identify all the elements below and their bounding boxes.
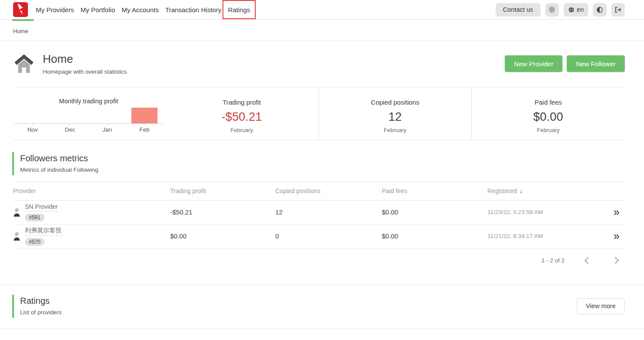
globe-icon xyxy=(568,7,575,13)
stat-title: Trading profit xyxy=(165,99,319,106)
cell-copied-positions: 12 xyxy=(275,208,382,216)
new-follower-button[interactable]: New Follower xyxy=(567,55,625,72)
provider-id-badge: #591 xyxy=(25,214,45,221)
logout-icon xyxy=(614,7,622,13)
x-tick-label: Dec xyxy=(51,126,89,133)
stat-copied-positions: Copied positions 12 February xyxy=(319,88,471,140)
column-header-registered-label: Registered xyxy=(487,187,517,194)
expand-row-button[interactable]: » xyxy=(607,207,625,218)
x-tick-label: Feb xyxy=(126,126,164,133)
theme-contrast-button[interactable] xyxy=(593,3,606,17)
main-nav: My Providers My Portfolio My Accounts Tr… xyxy=(36,4,257,15)
pagination-next-button[interactable] xyxy=(611,256,620,265)
cell-copied-positions: 0 xyxy=(275,232,382,240)
home-icon xyxy=(13,53,35,74)
provider-id-badge: #570 xyxy=(25,238,45,246)
column-header-registered[interactable]: Registered↓ xyxy=(487,187,607,194)
feb-bar xyxy=(131,108,158,123)
stat-value: $0.00 xyxy=(472,110,625,124)
cell-registered: 11/23/22, 5:23:58 AM xyxy=(487,209,607,215)
stat-period: February xyxy=(165,127,319,133)
breadcrumb-home[interactable]: Home xyxy=(13,28,28,34)
pagination-range: 1 - 2 of 2 xyxy=(541,257,565,264)
new-provider-button[interactable]: New Provider xyxy=(505,55,562,72)
x-tick-label: Jan xyxy=(89,126,126,133)
chevron-left-icon xyxy=(585,257,592,264)
provider-avatar-icon xyxy=(13,208,21,217)
section-title: Ratings xyxy=(20,296,62,306)
logout-button[interactable] xyxy=(611,3,625,17)
pagination: 1 - 2 of 2 xyxy=(0,256,620,265)
active-nav-indicator xyxy=(12,19,34,21)
cell-paid-fees: $0.00 xyxy=(382,232,487,240)
view-more-button[interactable]: View more xyxy=(577,298,625,314)
nav-item-my-portfolio[interactable]: My Portfolio xyxy=(81,4,115,15)
page-subtitle: Homepage with overall statistics xyxy=(43,68,127,75)
stat-title: Paid fees xyxy=(472,99,625,106)
contrast-icon xyxy=(596,7,603,13)
chevron-right-icon xyxy=(612,257,619,264)
divider xyxy=(0,328,644,329)
section-title: Followers metrics xyxy=(20,153,644,163)
followers-metrics-header: Followers metrics Metrics of individual … xyxy=(12,152,644,175)
stat-period: February xyxy=(319,127,471,133)
section-subtitle: Metrics of individual Following xyxy=(20,167,644,173)
table-row[interactable]: SN Provider #591 -$50.21 12 $0.00 11/23/… xyxy=(13,201,625,224)
page-header: Home Homepage with overall statistics Ne… xyxy=(0,41,644,88)
x-tick-label: Nov xyxy=(14,126,51,133)
provider-avatar-icon xyxy=(13,232,21,241)
logo-icon xyxy=(13,2,28,17)
nav-item-ratings-label: Ratings xyxy=(228,6,250,14)
settings-button[interactable] xyxy=(545,3,559,17)
cell-trading-profit: -$50.21 xyxy=(170,208,275,216)
monthly-trading-profit-chart: Monthly trading profit Nov Dec Jan Feb xyxy=(12,88,165,140)
contact-us-button[interactable]: Contact us xyxy=(496,3,541,17)
pagination-prev-button[interactable] xyxy=(584,256,592,265)
followers-table: Provider Trading profit Copied positions… xyxy=(13,181,625,248)
stat-period: February xyxy=(472,127,625,133)
section-subtitle: List of providers xyxy=(20,309,62,316)
page-title: Home xyxy=(43,53,127,65)
language-label: en xyxy=(577,6,584,13)
cell-registered: 11/21/22, 8:34:17 AM xyxy=(487,233,607,239)
ratings-section: Ratings List of providers View more xyxy=(0,295,625,318)
column-header-paid-fees[interactable]: Paid fees xyxy=(382,187,487,194)
nav-item-my-accounts[interactable]: My Accounts xyxy=(122,4,159,15)
stat-value: -$50.21 xyxy=(165,110,319,124)
app-logo[interactable] xyxy=(13,2,28,17)
stat-value: 12 xyxy=(319,110,471,124)
gear-icon xyxy=(548,6,555,13)
sort-desc-icon: ↓ xyxy=(520,187,523,194)
chart-title: Monthly trading profit xyxy=(14,98,163,105)
provider-name[interactable]: SN Provider xyxy=(25,203,58,211)
cell-paid-fees: $0.00 xyxy=(382,208,487,216)
stat-title: Copied positions xyxy=(319,99,471,106)
language-button[interactable]: en xyxy=(564,3,588,17)
column-header-trading-profit[interactable]: Trading profit xyxy=(170,187,275,194)
nav-item-transaction-history[interactable]: Transaction History xyxy=(165,4,222,15)
column-header-provider[interactable]: Provider xyxy=(13,187,170,194)
x-axis-labels: Nov Dec Jan Feb xyxy=(14,124,163,133)
table-header-row: Provider Trading profit Copied positions… xyxy=(13,181,625,201)
expand-row-button[interactable]: » xyxy=(607,231,625,241)
provider-name[interactable]: 利弗莫尔客投 xyxy=(25,227,62,236)
stat-paid-fees: Paid fees $0.00 February xyxy=(471,88,625,140)
divider xyxy=(0,285,644,285)
ratings-header: Ratings List of providers xyxy=(12,295,62,318)
bar-chart-plot-area xyxy=(14,105,163,124)
stats-overview: Monthly trading profit Nov Dec Jan Feb T… xyxy=(12,88,625,140)
nav-item-ratings[interactable]: Ratings xyxy=(228,4,250,15)
breadcrumb-bar: Home xyxy=(0,20,644,41)
top-navbar: My Providers My Portfolio My Accounts Tr… xyxy=(0,0,644,20)
nav-item-my-providers[interactable]: My Providers xyxy=(36,4,74,15)
stat-trading-profit: Trading profit -$50.21 February xyxy=(165,88,319,140)
cell-trading-profit: $0.00 xyxy=(170,232,275,240)
table-row[interactable]: 利弗莫尔客投 #570 $0.00 0 $0.00 11/21/22, 8:34… xyxy=(13,224,625,248)
column-header-copied-positions[interactable]: Copied positions xyxy=(275,187,382,194)
